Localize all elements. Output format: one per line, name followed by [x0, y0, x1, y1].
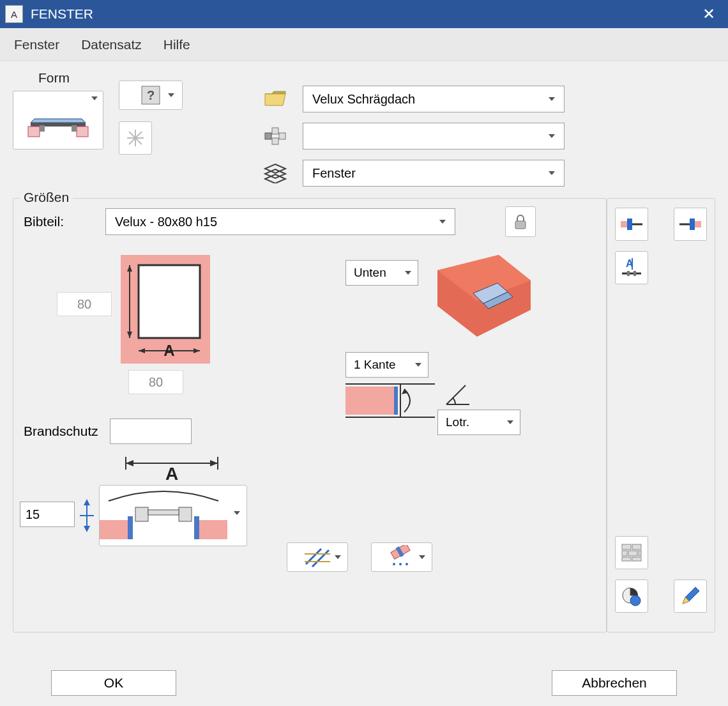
lock-button[interactable]: [505, 206, 536, 237]
chevron-down-icon: [91, 96, 98, 100]
svg-marker-13: [265, 94, 285, 105]
menu-bar: Fenster Datensatz Hilfe: [0, 28, 728, 61]
color-button[interactable]: [615, 579, 648, 613]
chevron-down-icon: [419, 555, 425, 559]
cut-icon: [388, 545, 416, 569]
svg-rect-16: [279, 133, 285, 139]
align-right-icon: [678, 215, 702, 234]
app-icon: A: [5, 5, 23, 23]
folder-combo[interactable]: Velux Schrägdach: [303, 86, 565, 112]
chevron-down-icon: [549, 97, 555, 101]
ok-label: OK: [104, 675, 123, 691]
frame-diagram: A: [121, 255, 210, 364]
sizes-legend: Größen: [20, 190, 73, 205]
svg-point-67: [399, 563, 402, 565]
align-left-icon: [619, 215, 644, 234]
bibteil-value: Velux - 80x80 h15: [115, 215, 217, 229]
folder-combo-value: Velux Schrägdach: [312, 92, 415, 107]
edge-select[interactable]: 1 Kante: [345, 352, 428, 378]
cancel-button[interactable]: Abbrechen: [552, 670, 677, 696]
profile-icon: [100, 486, 227, 546]
menu-hilfe[interactable]: Hilfe: [163, 37, 190, 52]
svg-marker-12: [265, 91, 285, 94]
client-area: Form ?: [0, 61, 728, 706]
svg-rect-81: [632, 544, 641, 549]
svg-point-66: [393, 563, 395, 565]
edge-select-value: 1 Kante: [354, 358, 396, 372]
height-dim-icon: [77, 498, 96, 533]
menu-fenster[interactable]: Fenster: [14, 37, 59, 52]
align-right-button[interactable]: [674, 208, 707, 241]
bibteil-combo[interactable]: Velux - 80x80 h15: [105, 208, 455, 235]
layer-combo[interactable]: Fenster: [303, 160, 565, 187]
sizes-group: Größen Bibteil: Velux - 80x80 h15 80: [13, 198, 607, 633]
hatch-dropdown[interactable]: [287, 542, 348, 572]
svg-point-87: [630, 595, 641, 606]
svg-point-68: [406, 563, 408, 565]
svg-rect-14: [272, 128, 278, 134]
snowflake-icon: [126, 128, 145, 148]
chevron-down-icon: [335, 555, 341, 559]
form-preview-icon: [23, 102, 93, 138]
height-input[interactable]: [20, 502, 75, 527]
form-preview-dropdown[interactable]: [13, 91, 103, 150]
svg-rect-79: [633, 271, 636, 276]
svg-rect-53: [100, 520, 128, 539]
svg-rect-17: [272, 138, 278, 144]
angle-icon: [444, 381, 472, 407]
svg-rect-58: [179, 507, 192, 521]
side-panel: A: [607, 198, 715, 633]
svg-marker-0: [31, 119, 86, 123]
menu-datensatz[interactable]: Datensatz: [81, 37, 142, 52]
svg-rect-59: [148, 510, 179, 515]
chevron-down-icon: [168, 93, 174, 97]
question-box-icon: ?: [140, 84, 162, 106]
cut-dropdown[interactable]: [371, 542, 432, 572]
ok-button[interactable]: OK: [51, 670, 176, 696]
edit-button[interactable]: [674, 579, 707, 613]
chevron-down-icon: [507, 420, 513, 424]
a-span-diagram: A: [121, 449, 223, 484]
svg-line-42: [446, 385, 466, 404]
hatch-icon: [303, 546, 331, 568]
width-readonly: 80: [128, 370, 183, 394]
label-a-button[interactable]: A: [615, 251, 648, 284]
svg-rect-4: [40, 125, 45, 132]
chevron-down-icon: [549, 134, 555, 138]
svg-rect-55: [128, 516, 133, 539]
svg-rect-69: [621, 221, 627, 227]
svg-text:A: A: [165, 464, 178, 484]
wall-button[interactable]: [615, 536, 648, 569]
chevron-down-icon: [234, 511, 240, 515]
profile-dropdown[interactable]: [99, 485, 247, 546]
close-icon[interactable]: ✕: [695, 5, 723, 23]
freeze-button[interactable]: [119, 121, 152, 155]
side-select-value: Unten: [354, 266, 386, 280]
svg-rect-78: [627, 271, 630, 276]
pencil-icon: [680, 586, 701, 606]
height-readonly: 80: [57, 292, 112, 316]
svg-rect-5: [72, 125, 77, 132]
chevron-down-icon: [415, 363, 421, 367]
group-icon: [262, 123, 289, 150]
iso-preview: [437, 255, 531, 337]
svg-rect-70: [627, 219, 632, 230]
layers-icon: [262, 160, 289, 187]
help-shape-dropdown[interactable]: ?: [119, 81, 183, 110]
svg-rect-80: [622, 544, 631, 549]
label-a-icon: A: [619, 257, 644, 279]
brick-icon: [621, 543, 642, 562]
svg-rect-86: [632, 557, 641, 561]
folder-icon: [262, 86, 289, 112]
svg-rect-36: [345, 387, 394, 415]
svg-rect-73: [690, 219, 695, 230]
align-left-button[interactable]: [615, 208, 648, 241]
side-select[interactable]: Unten: [345, 260, 418, 286]
lock-icon: [513, 213, 528, 230]
svg-marker-50: [84, 499, 90, 505]
angle-select[interactable]: Lotr.: [437, 410, 520, 435]
group-combo[interactable]: [303, 123, 565, 150]
svg-rect-3: [77, 127, 88, 137]
svg-text:A: A: [163, 342, 174, 359]
edge-diagram: [345, 381, 435, 420]
